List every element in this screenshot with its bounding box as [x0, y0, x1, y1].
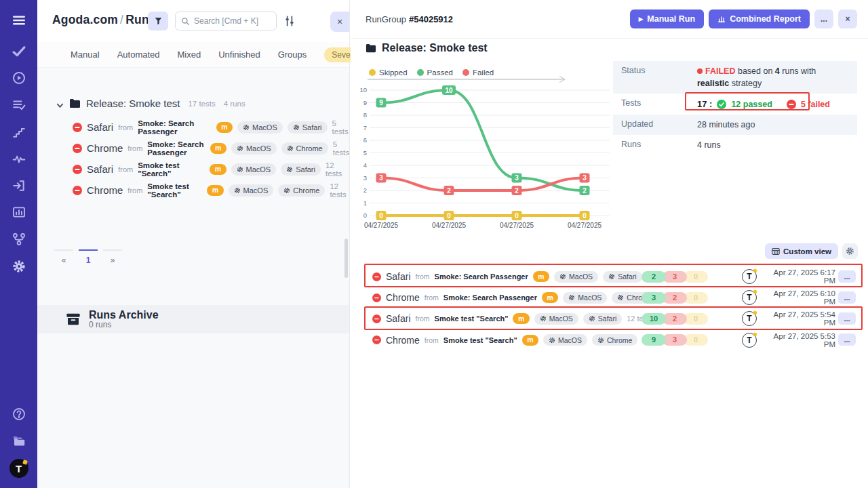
row-menu-button[interactable]: ...	[838, 270, 856, 283]
manual-run-button[interactable]: ▶Manual Run	[630, 9, 704, 28]
run-name[interactable]: Safari	[87, 121, 113, 133]
tab-automated[interactable]: Automated	[117, 49, 160, 60]
row-menu-button[interactable]: ...	[838, 333, 856, 346]
run-name[interactable]: Chrome	[87, 142, 123, 154]
menu-icon[interactable]	[11, 12, 27, 28]
projects-icon[interactable]	[11, 433, 27, 449]
scrollbar-thumb[interactable]	[344, 239, 348, 278]
import-icon[interactable]	[11, 178, 27, 194]
custom-view-button[interactable]: Custom view	[765, 243, 838, 259]
status-value: FAILED based on 4 runs with realistic st…	[697, 65, 849, 89]
branch-icon[interactable]	[11, 231, 27, 247]
svg-text:3: 3	[379, 174, 383, 182]
run-row[interactable]: Safari from Smoke test "Search" m MacOS …	[363, 308, 862, 329]
run-name[interactable]: Chrome	[386, 292, 420, 303]
app-screen: T Agoda.com/Runs × Manual Automated Mixe…	[0, 0, 868, 488]
rungroup-id: #54025912	[409, 14, 453, 24]
env-badge-os: MacOS	[554, 271, 598, 283]
run-source: Smoke: Search Passenger	[443, 293, 537, 302]
run-group-row[interactable]: Release: Smoke test 17 tests 4 runs	[56, 98, 245, 109]
failed-status-icon	[73, 144, 82, 153]
pagination-prev-button[interactable]: «	[54, 249, 73, 265]
failed-count-pill: 2	[663, 292, 687, 304]
gear-icon	[540, 315, 547, 322]
run-name[interactable]: Chrome	[87, 184, 123, 196]
failed-status-icon	[73, 186, 82, 195]
run-date: Apr 27, 2025 5:54 PM	[770, 310, 835, 327]
runs-filter-tabs: Manual Automated Mixed Unfinished Groups…	[37, 42, 349, 68]
status-label: Status	[621, 65, 697, 75]
gear-icon	[293, 124, 300, 131]
run-tree-item[interactable]: Chrome from Smoke: Search Passenger m Ma…	[37, 138, 349, 159]
skipped-count-pill: 0	[684, 271, 708, 283]
pagination-page-1[interactable]: 1	[79, 249, 98, 265]
run-tree-item[interactable]: Safari from Smoke: Search Passenger m Ma…	[37, 117, 349, 138]
tab-unfinished[interactable]: Unfinished	[218, 49, 260, 60]
steps-icon[interactable]	[11, 124, 27, 140]
run-row[interactable]: Safari from Smoke: Search Passenger m Ma…	[363, 266, 862, 287]
analytics-icon[interactable]	[11, 204, 27, 220]
gear-icon	[846, 247, 854, 256]
tests-check-icon[interactable]	[11, 43, 27, 60]
display-settings-icon[interactable]	[283, 15, 296, 27]
tests-failed: 5 failed	[801, 98, 830, 110]
combined-report-button[interactable]: Combined Report	[709, 9, 810, 28]
more-options-button[interactable]: ...	[814, 9, 833, 28]
gear-icon	[237, 166, 243, 173]
run-tree-item[interactable]: Chrome from Smoke test "Search" m MacOS …	[37, 180, 349, 201]
run-row[interactable]: Chrome from Smoke test "Search" m MacOS …	[363, 329, 862, 350]
avatar-notch	[753, 310, 757, 314]
breadcrumb[interactable]: Agoda.com/Runs	[52, 13, 156, 27]
filter-button[interactable]	[148, 12, 168, 30]
gear-icon	[283, 187, 290, 194]
chevron-down-icon[interactable]	[56, 100, 64, 107]
row-menu-button[interactable]: ...	[838, 291, 856, 304]
runs-play-icon[interactable]	[11, 70, 27, 86]
manual-badge: m	[210, 143, 226, 154]
logo-t-icon[interactable]: T	[9, 459, 28, 478]
svg-text:04/27/2025: 04/27/2025	[500, 222, 534, 229]
logo-letter: T	[16, 463, 22, 474]
search-box[interactable]	[175, 12, 277, 30]
passed-count-pill: 3	[642, 292, 666, 304]
help-icon[interactable]	[11, 406, 27, 422]
row-menu-button[interactable]: ...	[838, 312, 856, 325]
svg-text:0: 0	[363, 211, 367, 219]
settings-gear-icon[interactable]	[11, 258, 27, 274]
tab-mixed[interactable]: Mixed	[178, 49, 201, 60]
run-name[interactable]: Safari	[386, 313, 411, 324]
run-row[interactable]: Chrome from Smoke: Search Passenger m Ma…	[363, 287, 862, 308]
search-input[interactable]	[194, 16, 271, 26]
close-detail-button[interactable]: ×	[838, 9, 857, 28]
rungroup-header: RunGroup #54025912 ▶Manual Run Combined …	[351, 0, 868, 39]
run-name[interactable]: Safari	[386, 271, 411, 282]
run-group-name[interactable]: Release: Smoke test	[86, 98, 180, 109]
gear-icon	[589, 315, 595, 322]
tests-count: 12 tests	[330, 182, 349, 199]
tab-groups[interactable]: Groups	[278, 49, 307, 60]
gear-icon	[608, 273, 615, 280]
run-name[interactable]: Safari	[87, 163, 113, 175]
summary-tests-row: Tests 17 : 12 passed 5 failed	[613, 94, 857, 115]
breadcrumb-project[interactable]: Agoda.com	[52, 13, 118, 26]
runs-archive-item[interactable]: Runs Archive 0 runs	[37, 305, 349, 333]
test-plans-icon[interactable]	[11, 97, 27, 113]
left-panel-close-button[interactable]: ×	[330, 12, 349, 32]
pulse-icon[interactable]	[11, 151, 27, 167]
run-tree-item[interactable]: Safari from Smoke test "Search" m MacOS …	[37, 159, 349, 180]
tests-total: 17 :	[697, 98, 712, 110]
tab-manual[interactable]: Manual	[71, 49, 100, 60]
skipped-count-pill: 0	[684, 313, 708, 325]
pagination-next-button[interactable]: »	[103, 249, 122, 265]
manual-badge: m	[216, 122, 233, 133]
run-name[interactable]: Chrome	[386, 335, 420, 346]
table-view-icon	[772, 247, 780, 256]
gear-icon	[559, 273, 566, 280]
rungroup-summary-table: Status FAILED based on 4 runs with reali…	[613, 61, 857, 155]
runs-list-panel: Agoda.com/Runs × Manual Automated Mixed …	[37, 0, 350, 488]
svg-text:2: 2	[515, 187, 519, 195]
svg-text:6: 6	[363, 136, 367, 144]
breadcrumb-separator: /	[118, 13, 125, 26]
list-settings-button[interactable]	[842, 243, 858, 259]
svg-text:5: 5	[363, 149, 367, 157]
